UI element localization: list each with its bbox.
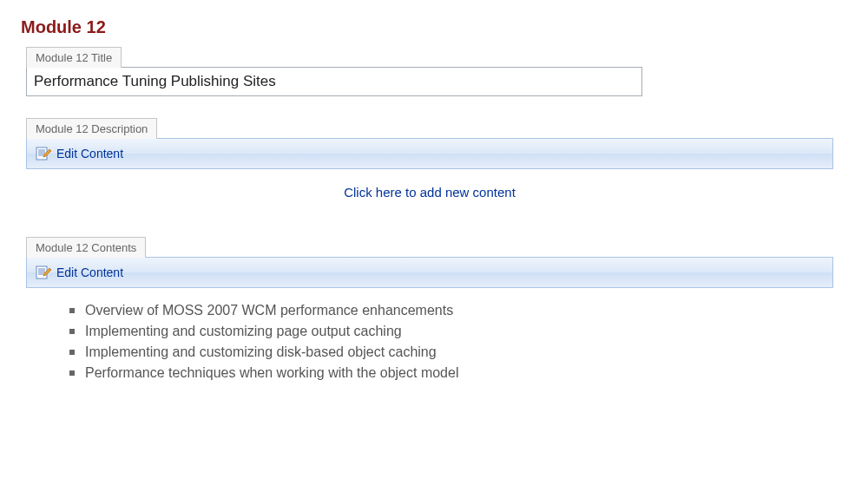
contents-field-group: Module 12 Contents Edit Content Overview…	[26, 236, 851, 383]
bullet-icon	[69, 329, 75, 334]
contents-field-label: Module 12 Contents	[26, 237, 146, 258]
add-new-content-link[interactable]: Click here to add new content	[26, 185, 833, 200]
title-input[interactable]	[26, 67, 642, 96]
description-edit-link[interactable]: Edit Content	[56, 147, 123, 161]
list-item-text: Overview of MOSS 2007 WCM performance en…	[85, 303, 453, 318]
description-field-group: Module 12 Description Edit Content Click…	[26, 117, 851, 200]
description-edit-bar[interactable]: Edit Content	[26, 138, 833, 169]
contents-list: Overview of MOSS 2007 WCM performance en…	[69, 300, 851, 383]
bullet-icon	[69, 350, 75, 355]
list-item: Implementing and customizing page output…	[69, 321, 851, 342]
title-field-label: Module 12 Title	[26, 47, 122, 68]
edit-content-icon	[36, 265, 51, 280]
list-item: Performance techniques when working with…	[69, 363, 851, 383]
module-heading: Module 12	[17, 17, 851, 37]
list-item-text: Implementing and customizing page output…	[85, 324, 402, 339]
list-item-text: Implementing and customizing disk-based …	[85, 344, 437, 360]
edit-content-icon	[36, 146, 51, 161]
bullet-icon	[69, 370, 75, 376]
description-field-label: Module 12 Description	[26, 118, 157, 139]
bullet-icon	[69, 308, 75, 313]
list-item: Implementing and customizing disk-based …	[69, 342, 851, 363]
list-item-text: Performance techniques when working with…	[85, 365, 458, 381]
contents-edit-link[interactable]: Edit Content	[56, 265, 123, 279]
list-item: Overview of MOSS 2007 WCM performance en…	[69, 300, 851, 321]
contents-edit-bar[interactable]: Edit Content	[26, 257, 833, 288]
title-field-group: Module 12 Title	[26, 46, 851, 96]
